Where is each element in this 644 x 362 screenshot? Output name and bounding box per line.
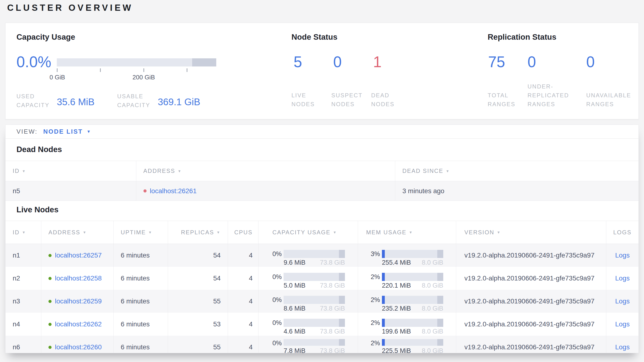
column-header-version[interactable]: VERSION▼ (456, 221, 606, 244)
column-header-capacity-usage[interactable]: CAPACITY USAGE▼ (258, 221, 358, 244)
view-label: VIEW: (16, 128, 38, 135)
mem-used-value: 199.6 MiB (382, 328, 411, 335)
suspect-nodes-label: SUSPECT NODES (331, 91, 362, 109)
axis-tick-label: 0 GiB (50, 74, 65, 81)
view-selector-dropdown[interactable]: NODE LIST ▼ (43, 128, 91, 135)
live-nodes-count: 5 (294, 53, 302, 71)
capacity-bar-reserved-segment (339, 319, 345, 327)
live-nodes-table-header: ID▼ ADDRESS▼ UPTIME▼ REPLICAS▼ CPUS CAPA… (6, 221, 638, 244)
replicas-value: 53 (213, 320, 220, 328)
sort-arrow-icon: ▼ (409, 230, 413, 234)
mem-usage-bar (382, 319, 443, 327)
sort-arrow-icon: ▼ (22, 169, 26, 173)
column-header-id[interactable]: ID▼ (6, 221, 41, 244)
dead-since-value: 3 minutes ago (402, 187, 444, 195)
mem-total-value: 8.0 GiB (422, 328, 443, 335)
node-id-cell: n6 (6, 336, 41, 353)
uptime-value: 6 minutes (121, 297, 150, 305)
logs-link[interactable]: Logs (615, 297, 630, 305)
uptime-value: 6 minutes (121, 343, 150, 351)
column-header-label: REPLICAS (181, 229, 214, 236)
cpus-value: 4 (249, 252, 253, 259)
mem-bar-fill (382, 319, 385, 327)
mem-bar-fill (382, 339, 385, 346)
capacity-used-value: 5.0 MiB (284, 282, 306, 289)
node-address-cell: localhost:26260 (41, 336, 114, 353)
node-address-link[interactable]: localhost:26261 (150, 187, 197, 195)
sort-arrow-icon: ▼ (497, 230, 501, 234)
column-header-replicas[interactable]: REPLICAS▼ (168, 221, 228, 244)
node-version-cell: v19.2.0-alpha.20190606-2491-gfe735c9a97 (456, 313, 606, 336)
column-header-address[interactable]: ADDRESS ▼ (136, 161, 395, 181)
node-logs-cell: Logs (606, 290, 638, 313)
logs-link[interactable]: Logs (615, 252, 630, 259)
replicas-value: 55 (213, 343, 220, 351)
column-header-dead-since[interactable]: DEAD SINCE ▼ (395, 161, 638, 181)
logs-link[interactable]: Logs (615, 343, 630, 351)
mem-percent-value: 3% (358, 250, 380, 258)
node-dead-status-icon (144, 189, 146, 193)
node-address-link[interactable]: localhost:26259 (55, 297, 102, 305)
node-id: n3 (13, 297, 20, 305)
node-logs-cell: Logs (606, 244, 638, 267)
column-header-label: LOGS (613, 229, 632, 236)
mem-bar-fill (382, 296, 385, 304)
mem-percent-value: 2% (358, 296, 380, 304)
node-capacity-usage-cell: 0% 8.6 MiB 73.8 GiB (258, 290, 358, 313)
node-address-link[interactable]: localhost:26262 (55, 320, 102, 328)
version-value: v19.2.0-alpha.20190606-2491-gfe735c9a97 (464, 274, 594, 282)
node-id: n6 (13, 343, 20, 351)
sort-arrow-icon: ▼ (216, 230, 220, 234)
node-address-link[interactable]: localhost:26258 (55, 274, 102, 282)
dead-nodes-count: 1 (373, 53, 382, 71)
node-id: n2 (13, 274, 20, 282)
node-cpus-cell: 4 (228, 244, 258, 267)
column-header-address[interactable]: ADDRESS▼ (41, 221, 114, 244)
capacity-total-value: 73.8 GiB (320, 259, 345, 266)
mem-total-value: 8.0 GiB (422, 347, 443, 353)
live-node-row: n6 localhost:26260 6 minutes 55 4 0% 7.8… (6, 336, 638, 353)
node-address-link[interactable]: localhost:26257 (55, 252, 102, 259)
nodes-card: VIEW: NODE LIST ▼ Dead Nodes ID ▼ ADDRES… (5, 125, 639, 353)
column-header-id[interactable]: ID ▼ (6, 161, 136, 181)
capacity-percent-value: 0% (258, 273, 282, 281)
axis-tick (57, 68, 58, 72)
logs-link[interactable]: Logs (615, 274, 630, 282)
node-status-heading: Node Status (292, 33, 338, 42)
capacity-percent: 0.0% (16, 53, 51, 71)
axis-tick (144, 68, 144, 72)
sort-arrow-icon: ▼ (446, 169, 450, 173)
capacity-usage-bar (284, 296, 345, 304)
mem-bar-reserved-segment (437, 319, 443, 327)
chevron-down-icon: ▼ (87, 129, 91, 134)
mem-usage-bar (382, 339, 443, 346)
live-nodes-heading: Live Nodes (6, 201, 638, 221)
node-replicas-cell: 55 (168, 290, 228, 313)
node-address-link[interactable]: localhost:26260 (55, 343, 102, 351)
sort-arrow-icon: ▼ (22, 230, 26, 234)
column-header-uptime[interactable]: UPTIME▼ (114, 221, 168, 244)
page-title: CLUSTER OVERVIEW (7, 3, 133, 13)
capacity-percent-value: 0% (258, 339, 282, 347)
capacity-used-value: 9.6 MiB (284, 259, 306, 266)
node-live-status-icon (48, 277, 52, 280)
column-header-mem-usage[interactable]: MEM USAGE▼ (358, 221, 456, 244)
logs-link[interactable]: Logs (615, 320, 630, 328)
dead-node-row: n5 localhost:26261 3 minutes ago (6, 181, 638, 201)
node-capacity-usage-cell: 0% 7.8 MiB 73.8 GiB (258, 336, 358, 353)
node-live-status-icon (48, 346, 52, 349)
used-capacity-label: USED CAPACITY (16, 92, 50, 109)
cpus-value: 4 (249, 343, 253, 351)
used-capacity-value: 35.6 MiB (57, 97, 94, 107)
capacity-usage-bar (284, 319, 345, 327)
node-logs-cell: Logs (606, 313, 638, 336)
node-cpus-cell: 4 (228, 290, 258, 313)
node-id-cell: n2 (6, 267, 41, 290)
view-bar: VIEW: NODE LIST ▼ (6, 125, 638, 139)
capacity-percent-value: 0% (258, 319, 282, 327)
capacity-used-value: 4.6 MiB (284, 328, 306, 335)
capacity-bar-reserved-segment (339, 339, 345, 346)
node-uptime-cell: 6 minutes (114, 244, 168, 267)
mem-total-value: 8.0 GiB (422, 282, 443, 289)
node-id-cell: n3 (6, 290, 41, 313)
